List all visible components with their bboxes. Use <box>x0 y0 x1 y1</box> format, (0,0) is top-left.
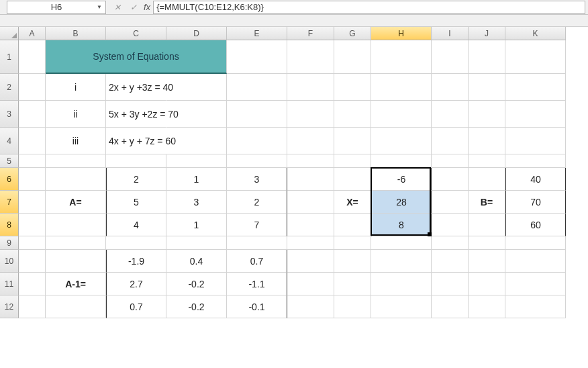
cell-J3[interactable] <box>469 101 505 128</box>
cell-E7[interactable]: 2 <box>227 191 287 214</box>
cell-E12[interactable]: -0.1 <box>227 295 287 318</box>
cell-D10[interactable]: 0.4 <box>166 250 227 273</box>
cell-E11[interactable]: -1.1 <box>227 273 287 295</box>
cell-J8[interactable] <box>469 214 505 236</box>
name-box-dropdown-icon[interactable]: ▼ <box>95 3 104 12</box>
cell-F5[interactable] <box>287 154 334 168</box>
cell-E8[interactable]: 7 <box>227 214 287 236</box>
cell-B9[interactable] <box>46 236 106 250</box>
cell-A8[interactable] <box>19 214 46 236</box>
cell-C2[interactable]: 2x + y +3z = 40 <box>106 74 166 101</box>
cell-H1[interactable] <box>371 40 432 74</box>
cell-F3[interactable] <box>287 101 334 128</box>
cell-K3[interactable] <box>505 101 566 128</box>
cell-K6[interactable]: 40 <box>505 168 566 191</box>
cell-F11[interactable] <box>287 273 334 295</box>
row-header-5[interactable]: 5 <box>0 154 19 168</box>
cell-B7[interactable]: A= <box>46 191 106 214</box>
cell-J7[interactable]: B= <box>469 191 505 214</box>
col-header-A[interactable]: A <box>19 27 46 40</box>
cell-G9[interactable] <box>334 236 371 250</box>
col-header-K[interactable]: K <box>505 27 566 40</box>
cell-K12[interactable] <box>505 295 566 318</box>
cell-F1[interactable] <box>287 40 334 74</box>
cell-J2[interactable] <box>469 74 505 101</box>
cell-I5[interactable] <box>432 154 469 168</box>
cell-B1[interactable]: System of Equations <box>46 40 227 74</box>
cell-K5[interactable] <box>505 154 566 168</box>
cell-H9[interactable] <box>371 236 432 250</box>
cell-H3[interactable] <box>371 101 432 128</box>
cell-J6[interactable] <box>469 168 505 191</box>
cell-B4[interactable]: iii <box>46 128 106 154</box>
cell-G7[interactable]: X= <box>334 191 371 214</box>
cell-G1[interactable] <box>334 40 371 74</box>
col-header-E[interactable]: E <box>227 27 287 40</box>
cell-E4[interactable] <box>227 128 287 154</box>
name-box[interactable]: H6 ▼ <box>7 1 106 14</box>
col-header-G[interactable]: G <box>334 27 371 40</box>
cell-E10[interactable]: 0.7 <box>227 250 287 273</box>
col-header-C[interactable]: C <box>106 27 166 40</box>
cell-H7[interactable]: 28 <box>371 191 432 214</box>
cell-F6[interactable] <box>287 168 334 191</box>
cell-A5[interactable] <box>19 154 46 168</box>
cell-F2[interactable] <box>287 74 334 101</box>
row-header-10[interactable]: 10 <box>0 250 19 273</box>
cell-E1[interactable] <box>227 40 287 74</box>
cell-D9[interactable] <box>166 236 227 250</box>
cell-J11[interactable] <box>469 273 505 295</box>
cell-D5[interactable] <box>166 154 227 168</box>
cell-A9[interactable] <box>19 236 46 250</box>
cell-D7[interactable]: 3 <box>166 191 227 214</box>
cell-G12[interactable] <box>334 295 371 318</box>
cell-I12[interactable] <box>432 295 469 318</box>
cell-H10[interactable] <box>371 250 432 273</box>
cell-F7[interactable] <box>287 191 334 214</box>
cell-G8[interactable] <box>334 214 371 236</box>
cell-J1[interactable] <box>469 40 505 74</box>
row-header-7[interactable]: 7 <box>0 191 19 214</box>
col-header-H[interactable]: H <box>371 27 432 40</box>
cell-C12[interactable]: 0.7 <box>106 295 166 318</box>
row-header-2[interactable]: 2 <box>0 74 19 101</box>
cell-I3[interactable] <box>432 101 469 128</box>
cell-A4[interactable] <box>19 128 46 154</box>
cell-I4[interactable] <box>432 128 469 154</box>
cell-I9[interactable] <box>432 236 469 250</box>
cell-J12[interactable] <box>469 295 505 318</box>
cell-H5[interactable] <box>371 154 432 168</box>
cell-B6[interactable] <box>46 168 106 191</box>
select-all-corner[interactable] <box>0 27 19 40</box>
row-header-12[interactable]: 12 <box>0 295 19 318</box>
cell-C7[interactable]: 5 <box>106 191 166 214</box>
cell-J10[interactable] <box>469 250 505 273</box>
cell-B3[interactable]: ii <box>46 101 106 128</box>
row-header-8[interactable]: 8 <box>0 214 19 236</box>
row-header-11[interactable]: 11 <box>0 273 19 295</box>
cell-D12[interactable]: -0.2 <box>166 295 227 318</box>
cell-A6[interactable] <box>19 168 46 191</box>
cell-H12[interactable] <box>371 295 432 318</box>
cell-E3[interactable] <box>227 101 287 128</box>
row-header-6[interactable]: 6 <box>0 168 19 191</box>
row-header-3[interactable]: 3 <box>0 101 19 128</box>
cell-J4[interactable] <box>469 128 505 154</box>
cell-I7[interactable] <box>432 191 469 214</box>
cell-F10[interactable] <box>287 250 334 273</box>
cell-K9[interactable] <box>505 236 566 250</box>
cell-G10[interactable] <box>334 250 371 273</box>
cell-K4[interactable] <box>505 128 566 154</box>
col-header-J[interactable]: J <box>469 27 505 40</box>
cell-I6[interactable] <box>432 168 469 191</box>
cell-G6[interactable] <box>334 168 371 191</box>
cell-B11[interactable]: A-1= <box>46 273 106 295</box>
cell-C8[interactable]: 4 <box>106 214 166 236</box>
cell-K8[interactable]: 60 <box>505 214 566 236</box>
cell-C5[interactable] <box>106 154 166 168</box>
cell-H8[interactable]: 8 <box>371 214 432 236</box>
col-header-I[interactable]: I <box>432 27 469 40</box>
cell-K11[interactable] <box>505 273 566 295</box>
cell-E6[interactable]: 3 <box>227 168 287 191</box>
cell-H4[interactable] <box>371 128 432 154</box>
